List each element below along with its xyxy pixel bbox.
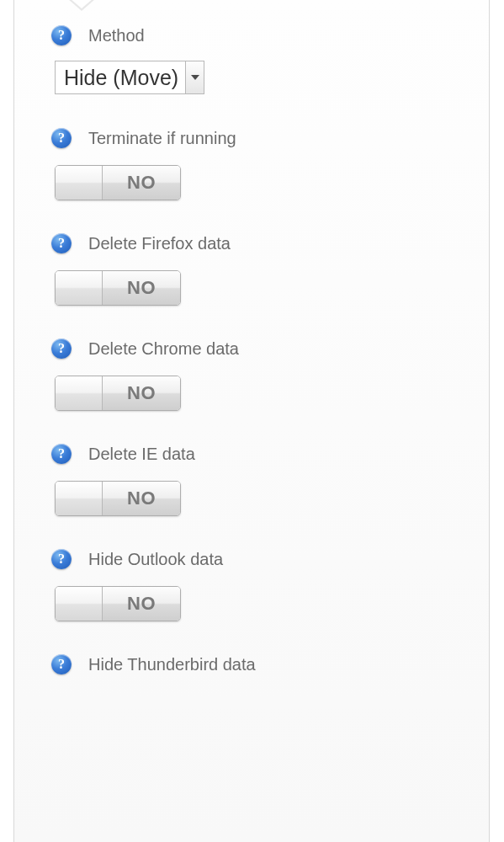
option-row: ? Delete Firefox data	[51, 233, 489, 253]
dropdown-button[interactable]	[185, 61, 204, 93]
toggle-state: NO	[103, 482, 180, 515]
toggle-handle	[56, 587, 103, 621]
option-row: ? Delete IE data	[51, 444, 489, 464]
help-icon[interactable]: ?	[51, 25, 72, 45]
chevron-down-icon	[191, 75, 199, 80]
help-icon[interactable]: ?	[51, 549, 72, 569]
help-icon[interactable]: ?	[51, 654, 72, 674]
toggle-state: NO	[103, 271, 180, 305]
option-firefox: ? Delete Firefox data NO	[51, 233, 489, 308]
option-label: Hide Outlook data	[88, 550, 223, 569]
toggle-state: NO	[103, 166, 180, 200]
toggle-firefox[interactable]: NO	[55, 270, 181, 306]
option-chrome: ? Delete Chrome data NO	[51, 338, 489, 413]
help-icon[interactable]: ?	[51, 338, 72, 359]
toggle-ie[interactable]: NO	[55, 481, 181, 516]
settings-panel: ? Method Hide (Move) ? Terminate if runn…	[13, 0, 490, 842]
toggle-handle	[56, 271, 103, 305]
help-icon[interactable]: ?	[51, 444, 72, 464]
toggle-state: NO	[103, 376, 180, 410]
option-label: Delete IE data	[88, 445, 195, 464]
option-row: ? Delete Chrome data	[51, 338, 489, 359]
option-row: ? Terminate if running	[51, 128, 489, 148]
option-thunderbird: ? Hide Thunderbird data	[51, 654, 489, 674]
method-label: Method	[88, 26, 145, 45]
option-row: ? Hide Outlook data	[51, 549, 489, 569]
toggle-chrome[interactable]: NO	[55, 376, 181, 411]
help-icon[interactable]: ?	[51, 233, 72, 253]
option-terminate: ? Terminate if running NO	[51, 128, 489, 203]
panel-arrow-notch	[68, 0, 95, 11]
option-row: ? Hide Thunderbird data	[51, 654, 489, 674]
method-row: ? Method	[51, 25, 489, 45]
toggle-handle	[56, 166, 103, 200]
toggle-outlook[interactable]: NO	[55, 586, 181, 621]
toggle-handle	[56, 376, 103, 410]
toggle-state: NO	[103, 587, 180, 621]
method-select-value: Hide (Move)	[56, 61, 185, 93]
option-label: Delete Chrome data	[88, 339, 239, 359]
option-outlook: ? Hide Outlook data NO	[51, 549, 489, 624]
help-icon[interactable]: ?	[51, 128, 72, 148]
option-label: Delete Firefox data	[88, 234, 231, 253]
option-ie: ? Delete IE data NO	[51, 444, 489, 519]
option-label: Terminate if running	[88, 129, 236, 148]
method-select[interactable]: Hide (Move)	[55, 61, 204, 94]
toggle-handle	[56, 482, 103, 515]
toggle-terminate[interactable]: NO	[55, 165, 181, 200]
option-label: Hide Thunderbird data	[88, 655, 256, 674]
method-select-wrap: Hide (Move)	[55, 61, 489, 94]
